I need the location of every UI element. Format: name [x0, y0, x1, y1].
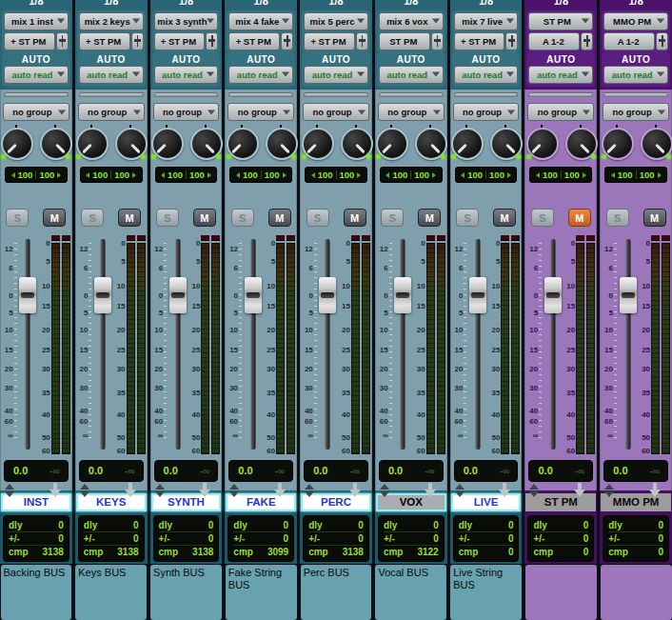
automation-mode-selector[interactable]: auto read [154, 66, 219, 84]
track-info-display[interactable]: dly 0 +/- 0 cmp 3138 [153, 515, 220, 562]
pan-knob-left[interactable] [0, 125, 32, 160]
solo-button[interactable]: S [306, 209, 329, 227]
narrow-view-arrow-icon[interactable] [425, 483, 436, 497]
clip-indicator-right[interactable] [137, 235, 146, 241]
automation-mode-selector[interactable]: auto read [454, 66, 519, 84]
volume-nudge-buttons[interactable] [529, 484, 539, 497]
output-selector[interactable]: A 1-2 [528, 32, 580, 50]
volume-display[interactable]: 0.0 -∞ [154, 460, 219, 482]
clip-indicator-right[interactable] [586, 235, 595, 241]
volume-display[interactable]: 0.0 -∞ [528, 460, 593, 482]
output-selector[interactable]: + ST PM [304, 32, 355, 50]
group-selector[interactable]: no group [153, 103, 220, 121]
volume-display[interactable]: 0.0 -∞ [4, 460, 69, 482]
pan-value-display[interactable]: 100 100 [529, 167, 592, 183]
volume-display[interactable]: 0.0 -∞ [304, 460, 368, 482]
track-info-display[interactable]: dly 0 +/- 0 cmp 0 [603, 515, 669, 562]
fader-track[interactable] [401, 239, 405, 450]
pan-value-display[interactable]: 100 100 [80, 167, 143, 183]
pan-knob-right[interactable] [564, 125, 597, 160]
track-comment[interactable]: Keys BUS [75, 565, 147, 620]
volume-nudge-buttons[interactable] [80, 484, 89, 497]
track-comment[interactable]: Synth BUS [150, 565, 222, 620]
clip-indicator-left[interactable] [127, 235, 135, 241]
fader-track[interactable] [175, 239, 180, 450]
input-selector[interactable]: mix 7 live [454, 12, 519, 30]
input-selector[interactable]: mix 2 keys [79, 12, 144, 30]
automation-mode-selector[interactable]: auto read [79, 66, 144, 84]
group-selector[interactable]: no group [453, 103, 520, 121]
clip-indicator-right[interactable] [287, 235, 295, 241]
output-window-button[interactable] [206, 32, 218, 50]
volume-nudge-buttons[interactable] [380, 484, 389, 497]
group-selector[interactable]: no group [78, 103, 145, 121]
input-selector[interactable]: MMO PM [603, 12, 668, 30]
volume-nudge-buttons[interactable] [305, 484, 314, 497]
output-window-button[interactable] [505, 32, 518, 50]
clip-indicator-left[interactable] [276, 235, 285, 241]
pan-value-display[interactable]: 100 100 [5, 167, 68, 183]
volume-display[interactable]: 0.0 -∞ [379, 460, 444, 482]
output-selector[interactable]: + ST PM [4, 32, 55, 50]
pan-knob-right[interactable] [39, 125, 71, 160]
narrow-view-arrow-icon[interactable] [574, 483, 585, 497]
output-window-button[interactable] [356, 32, 368, 50]
mute-button[interactable]: M [418, 209, 441, 227]
group-selector[interactable]: no group [378, 103, 445, 121]
pan-knob-right[interactable] [489, 125, 522, 160]
group-selector[interactable]: no group [527, 103, 594, 121]
clip-indicator-left[interactable] [501, 235, 509, 241]
automation-mode-selector[interactable]: auto read [603, 66, 668, 84]
mute-button[interactable]: M [43, 209, 66, 227]
track-comment[interactable]: Vocal BUS [375, 565, 446, 620]
mute-button[interactable]: M [643, 209, 666, 227]
output-selector[interactable]: + ST PM [454, 32, 505, 50]
volume-nudge-buttons[interactable] [155, 484, 165, 497]
clip-indicator-right[interactable] [662, 235, 670, 241]
pan-knob-left[interactable] [301, 125, 333, 160]
input-selector[interactable]: mix 3 synth [154, 12, 219, 30]
track-comment[interactable]: Fake String BUS [226, 565, 297, 620]
output-window-button[interactable] [656, 32, 668, 50]
mute-button[interactable]: M [493, 209, 516, 227]
pan-knob-right[interactable] [114, 125, 147, 160]
group-selector[interactable]: no group [603, 103, 669, 121]
narrow-view-arrow-icon[interactable] [49, 483, 61, 497]
pan-knob-right[interactable] [640, 125, 672, 160]
input-selector[interactable]: mix 6 vox [379, 12, 444, 30]
volume-fader-handle[interactable] [469, 277, 486, 313]
group-selector[interactable]: no group [3, 103, 69, 121]
output-selector[interactable]: + ST PM [228, 32, 280, 50]
volume-nudge-buttons[interactable] [229, 484, 239, 497]
automation-mode-selector[interactable]: auto read [4, 66, 69, 84]
volume-nudge-buttons[interactable] [5, 484, 14, 497]
output-selector[interactable]: + ST PM [79, 32, 130, 50]
volume-fader-handle[interactable] [19, 277, 36, 313]
automation-mode-selector[interactable]: auto read [528, 66, 593, 84]
pan-knob-right[interactable] [265, 125, 297, 160]
fader-track[interactable] [476, 239, 481, 450]
volume-display[interactable]: 0.0 -∞ [603, 460, 668, 482]
narrow-view-arrow-icon[interactable] [499, 483, 510, 497]
pan-knob-left[interactable] [226, 125, 258, 160]
clip-indicator-right[interactable] [362, 235, 370, 241]
output-selector[interactable]: ST PM [379, 32, 430, 50]
solo-button[interactable]: S [81, 209, 104, 227]
track-comment[interactable] [601, 565, 672, 620]
volume-nudge-buttons[interactable] [455, 484, 464, 497]
pan-value-display[interactable]: 100 100 [155, 167, 218, 183]
volume-fader-handle[interactable] [319, 277, 336, 313]
track-info-display[interactable]: dly 0 +/- 0 cmp 3122 [378, 515, 445, 562]
mute-button[interactable]: M [344, 209, 366, 227]
pan-value-display[interactable]: 100 100 [305, 167, 367, 183]
volume-fader-handle[interactable] [94, 277, 111, 313]
track-info-display[interactable]: dly 0 +/- 0 cmp 3099 [227, 515, 294, 562]
clip-indicator-left[interactable] [651, 235, 660, 241]
pan-value-display[interactable]: 100 100 [380, 167, 443, 183]
narrow-view-arrow-icon[interactable] [125, 483, 136, 497]
fader-track[interactable] [550, 239, 555, 450]
group-selector[interactable]: no group [303, 103, 369, 121]
narrow-view-arrow-icon[interactable] [349, 483, 361, 497]
mute-button[interactable]: M [268, 209, 291, 227]
pan-knob-right[interactable] [189, 125, 222, 160]
